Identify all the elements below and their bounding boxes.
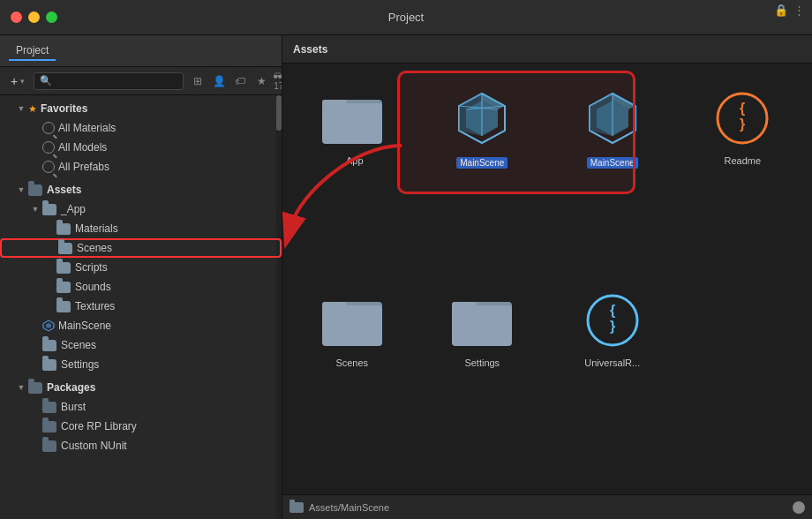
search-icon-small2 bbox=[42, 141, 55, 154]
assets-label: Assets bbox=[47, 184, 81, 196]
sidebar-scrollbar-thumb bbox=[276, 95, 282, 131]
app-label: _App bbox=[61, 203, 86, 215]
content-area: Assets _App bbox=[282, 35, 812, 519]
sidebar-item-all-materials[interactable]: All Materials bbox=[0, 118, 282, 138]
zoom-slider[interactable] bbox=[793, 501, 805, 514]
sidebar-item-scenes[interactable]: Scenes bbox=[0, 238, 282, 258]
asset-label-scenes: Scenes bbox=[335, 357, 368, 368]
favorites-arrow bbox=[16, 103, 26, 114]
app-folder-icon bbox=[42, 204, 56, 215]
assets-arrow bbox=[16, 184, 26, 195]
dropdown-arrow: ▾ bbox=[20, 77, 25, 86]
scenes-label: Scenes bbox=[77, 242, 112, 254]
sidebar-item-settings[interactable]: Settings bbox=[0, 355, 282, 374]
window-title: Project bbox=[388, 11, 424, 24]
sidebar-item-all-prefabs[interactable]: All Prefabs bbox=[0, 157, 282, 177]
maximize-button[interactable] bbox=[46, 11, 57, 23]
corp-folder-icon bbox=[42, 421, 56, 432]
sidebar-item-scripts[interactable]: Scripts bbox=[0, 258, 282, 277]
sidebar-item-all-models[interactable]: All Models bbox=[0, 138, 282, 157]
asset-item-scenes[interactable]: Scenes bbox=[291, 283, 413, 477]
asset-icon-settings bbox=[450, 289, 514, 352]
svg-text:}: } bbox=[740, 117, 745, 132]
asset-icon-mainscene bbox=[450, 86, 514, 150]
favorites-label: Favorites bbox=[41, 102, 87, 115]
slider-container bbox=[793, 501, 805, 514]
sidebar-item-app[interactable]: _App bbox=[0, 199, 282, 219]
svg-marker-14 bbox=[590, 94, 613, 136]
asset-item-app[interactable]: _App bbox=[291, 81, 413, 275]
scripts-folder-icon bbox=[56, 262, 71, 274]
scenes-folder-icon bbox=[58, 243, 72, 254]
assets-folder-icon bbox=[28, 184, 42, 196]
assets-grid: _App MainScene bbox=[282, 64, 812, 494]
settings-folder-icon bbox=[42, 359, 56, 371]
sounds-folder-icon bbox=[56, 282, 71, 293]
asset-item-readme[interactable]: { } Readme bbox=[682, 81, 804, 275]
svg-rect-22 bbox=[322, 305, 382, 346]
sidebar-item-assets[interactable]: Assets bbox=[0, 180, 282, 199]
sidebar-item-scenes2[interactable]: Scenes bbox=[0, 335, 282, 355]
all-prefabs-label: All Prefabs bbox=[58, 161, 109, 173]
sidebar-item-burst[interactable]: Burst bbox=[0, 397, 282, 417]
tag-icon[interactable]: 🏷 bbox=[231, 72, 249, 90]
search-bar: 🔍 bbox=[34, 72, 184, 90]
filter-icon[interactable]: 👤 bbox=[210, 72, 228, 90]
sidebar-item-textures[interactable]: Textures bbox=[0, 297, 282, 316]
sidebar-item-favorites[interactable]: ★ Favorites bbox=[0, 99, 282, 118]
search-icon-small bbox=[42, 122, 55, 134]
asset-icon-readme: { } bbox=[710, 86, 774, 150]
custom-folder-icon bbox=[42, 440, 56, 452]
asset-label-mainscene: MainScene bbox=[456, 157, 508, 169]
asset-item-mainscene2[interactable]: MainScene bbox=[552, 81, 673, 275]
asset-icon-universalr: { } bbox=[581, 289, 644, 352]
path-folder-icon bbox=[289, 502, 304, 513]
svg-text:}: } bbox=[610, 319, 615, 334]
view-toggle-icon[interactable]: ⊞ bbox=[189, 72, 207, 90]
materials-folder-icon bbox=[56, 223, 71, 235]
app-arrow bbox=[30, 204, 41, 214]
sidebar-content: ★ Favorites All Materials All Models All… bbox=[0, 95, 282, 519]
tab-project[interactable]: Project bbox=[9, 41, 56, 61]
svg-text:{: { bbox=[610, 303, 615, 318]
visibility-icon[interactable]: 🕶 17 bbox=[274, 72, 282, 90]
sidebar-toolbar-icons: ⊞ 👤 🏷 ★ 🕶 17 bbox=[189, 72, 282, 90]
asset-item-universalr[interactable]: { } UniversalR... bbox=[552, 283, 673, 477]
minimize-button[interactable] bbox=[28, 11, 40, 23]
sounds-label: Sounds bbox=[75, 281, 111, 293]
sidebar-item-sounds[interactable]: Sounds bbox=[0, 277, 282, 297]
main-container: Project 🔒 ⋮ + ▾ 🔍 ⊞ 👤 🏷 ★ 🕶 17 bbox=[0, 35, 812, 519]
settings-label: Settings bbox=[61, 358, 99, 371]
sidebar-header: Project 🔒 ⋮ bbox=[0, 35, 282, 67]
plus-icon: + bbox=[11, 74, 18, 88]
sidebar-scrollbar[interactable] bbox=[276, 95, 282, 519]
scripts-label: Scripts bbox=[75, 261, 108, 274]
sidebar-item-custom[interactable]: Custom NUnit bbox=[0, 436, 282, 455]
star-icon: ★ bbox=[28, 103, 37, 115]
asset-icon-mainscene2 bbox=[581, 86, 644, 150]
sidebar-toolbar: + ▾ 🔍 ⊞ 👤 🏷 ★ 🕶 17 bbox=[0, 67, 282, 95]
star-filter-icon[interactable]: ★ bbox=[252, 72, 270, 90]
textures-folder-icon bbox=[56, 301, 71, 312]
sidebar-item-materials[interactable]: Materials bbox=[0, 219, 282, 238]
asset-label-app: _App bbox=[341, 155, 364, 166]
packages-folder-icon bbox=[28, 382, 42, 394]
asset-label-settings: Settings bbox=[464, 357, 500, 368]
sidebar-item-mainscene[interactable]: MainScene bbox=[0, 316, 282, 335]
asset-item-settings[interactable]: Settings bbox=[422, 283, 544, 477]
textures-label: Textures bbox=[75, 300, 115, 312]
all-materials-label: All Materials bbox=[58, 122, 116, 134]
asset-icon-app bbox=[320, 86, 384, 150]
asset-item-mainscene[interactable]: MainScene bbox=[422, 81, 544, 275]
close-button[interactable] bbox=[11, 11, 22, 23]
traffic-lights bbox=[11, 11, 57, 23]
svg-rect-25 bbox=[452, 305, 512, 346]
sidebar-item-packages[interactable]: Packages bbox=[0, 378, 282, 397]
mainscene-sidebar-label: MainScene bbox=[58, 320, 111, 332]
all-models-label: All Models bbox=[58, 141, 107, 154]
asset-icon-scenes bbox=[320, 289, 384, 352]
search-input[interactable] bbox=[56, 76, 177, 86]
svg-text:{: { bbox=[740, 101, 745, 116]
add-button[interactable]: + ▾ bbox=[7, 72, 28, 90]
sidebar-item-corp[interactable]: Core RP Library bbox=[0, 417, 282, 436]
